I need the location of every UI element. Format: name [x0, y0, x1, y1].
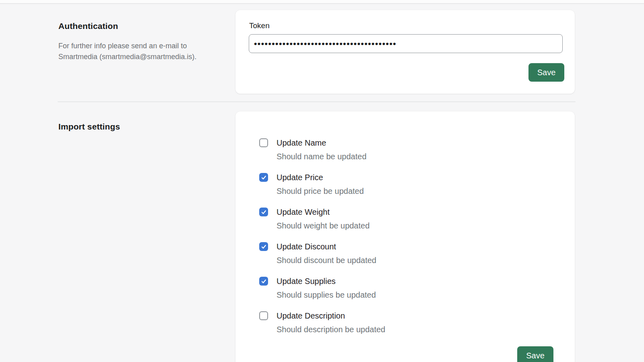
settings-page: Authentication For further info please s…: [0, 0, 644, 362]
authentication-description: For further info please send an e-mail t…: [58, 41, 227, 62]
update-weight-label[interactable]: Update Weight: [277, 207, 369, 217]
update-weight-help: Should weight be updated: [277, 221, 369, 230]
update-discount-label[interactable]: Update Discount: [277, 242, 376, 251]
checkmark-icon: [261, 278, 267, 284]
token-input[interactable]: [249, 34, 563, 53]
update-price-help: Should price be updated: [277, 186, 364, 196]
import-settings-card: Update Name Should name be updated Updat…: [235, 111, 575, 362]
checkbox-row-update-description: Update Description Should description be…: [259, 311, 385, 334]
checkbox-row-update-weight: Update Weight Should weight be updated: [259, 207, 369, 230]
top-bar: [0, 0, 644, 4]
section-title-import-settings: Import settings: [58, 121, 227, 133]
update-description-help: Should description be updated: [277, 325, 385, 334]
checkmark-icon: [261, 244, 267, 250]
save-token-button[interactable]: Save: [528, 63, 564, 82]
update-name-label[interactable]: Update Name: [277, 138, 367, 148]
update-discount-help: Should discount be updated: [277, 255, 376, 265]
token-label: Token: [249, 21, 270, 31]
update-name-checkbox[interactable]: [259, 138, 268, 147]
checkmark-icon: [261, 175, 267, 181]
section-title-authentication: Authentication: [58, 20, 227, 32]
update-supplies-help: Should supplies be updated: [277, 290, 376, 300]
section-divider: [58, 101, 576, 102]
checkbox-row-update-name: Update Name Should name be updated: [259, 138, 367, 161]
import-settings-section-header: Import settings: [58, 121, 227, 133]
update-description-label[interactable]: Update Description: [277, 311, 385, 321]
save-import-settings-button[interactable]: Save: [517, 346, 553, 362]
checkbox-row-update-discount: Update Discount Should discount be updat…: [259, 242, 376, 265]
authentication-section-header: Authentication For further info please s…: [58, 20, 227, 62]
checkbox-row-update-price: Update Price Should price be updated: [259, 173, 364, 196]
update-supplies-checkbox[interactable]: [259, 277, 268, 286]
update-description-checkbox[interactable]: [259, 311, 268, 320]
update-weight-checkbox[interactable]: [259, 208, 268, 216]
update-discount-checkbox[interactable]: [259, 242, 268, 251]
update-supplies-label[interactable]: Update Supplies: [277, 276, 376, 286]
checkbox-row-update-supplies: Update Supplies Should supplies be updat…: [259, 276, 376, 300]
update-price-label[interactable]: Update Price: [277, 173, 364, 182]
checkmark-icon: [261, 209, 267, 215]
authentication-card: Token Save: [235, 10, 575, 94]
update-name-help: Should name be updated: [277, 152, 367, 161]
update-price-checkbox[interactable]: [259, 173, 268, 182]
